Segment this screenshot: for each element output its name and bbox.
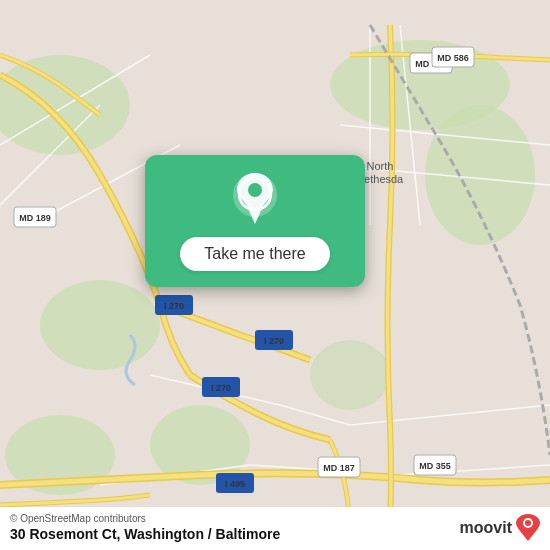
- moovit-logo: moovit: [460, 514, 540, 542]
- svg-text:I 270: I 270: [264, 336, 284, 346]
- svg-point-49: [525, 520, 531, 526]
- location-pin-icon: [228, 173, 282, 227]
- svg-text:I 270: I 270: [164, 301, 184, 311]
- svg-text:MD 586: MD 586: [437, 53, 469, 63]
- moovit-pin-icon: [516, 514, 540, 542]
- svg-text:North: North: [367, 160, 394, 172]
- svg-text:MD 355: MD 355: [419, 461, 451, 471]
- svg-text:I 495: I 495: [225, 479, 245, 489]
- svg-point-6: [310, 340, 390, 410]
- popup-card: Take me there: [145, 155, 365, 287]
- svg-text:MD 187: MD 187: [323, 463, 355, 473]
- svg-point-4: [40, 280, 160, 370]
- svg-point-47: [248, 183, 262, 197]
- popup-icon-area: [228, 173, 282, 227]
- take-me-there-button[interactable]: Take me there: [180, 237, 329, 271]
- svg-text:I 270: I 270: [211, 383, 231, 393]
- svg-text:MD 189: MD 189: [19, 213, 51, 223]
- map-container: I 270 I 270 I 270 I 495 MD 355 MD 355 MD…: [0, 0, 550, 550]
- moovit-text: moovit: [460, 519, 512, 537]
